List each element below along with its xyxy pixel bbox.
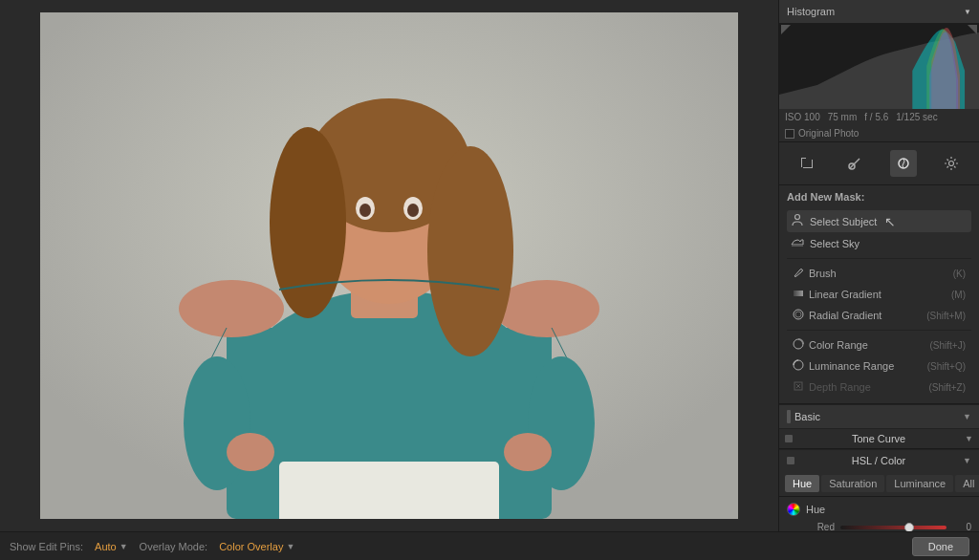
aperture-value: f / 5.6: [864, 112, 888, 122]
red-slider-row: Red 0: [787, 522, 971, 531]
select-sky-item[interactable]: Select Sky: [787, 232, 971, 254]
svg-point-16: [184, 356, 250, 490]
select-subject-item[interactable]: Select Subject ↖: [787, 210, 971, 232]
tone-curve-label: Tone Curve: [796, 433, 961, 444]
basic-panel-label: Basic: [794, 411, 820, 422]
hsl-tabs: Hue Saturation Luminance All: [779, 471, 979, 497]
select-sky-icon: [791, 235, 804, 251]
brush-label: Brush: [809, 268, 837, 279]
svg-point-13: [359, 204, 371, 217]
toolbar-crop-icon[interactable]: [794, 150, 820, 177]
luminance-range-shortcut: (Shift+Q): [927, 361, 966, 372]
hsl-tab-all[interactable]: All: [955, 475, 979, 492]
done-button[interactable]: Done: [912, 537, 969, 556]
mask-panel: Add New Mask: Select Subject ↖ Select Sk…: [779, 185, 979, 404]
bottom-bar: Show Edit Pins: Auto ▼ Overlay Mode: Col…: [0, 531, 979, 560]
linear-gradient-shortcut: (M): [951, 290, 966, 300]
svg-rect-22: [803, 167, 813, 168]
svg-point-4: [179, 280, 284, 337]
basic-panel-arrow: ▼: [963, 412, 971, 421]
histogram-section: Histogram ▼: [779, 0, 979, 142]
overlay-mode-label: Overlay Mode:: [140, 541, 208, 552]
divider-2: [787, 330, 971, 331]
overlay-mode-dropdown[interactable]: Color Overlay ▼: [219, 541, 294, 552]
divider-1: [787, 258, 971, 259]
tone-curve-row[interactable]: Tone Curve ▼: [779, 429, 979, 449]
overlay-mode-value: Color Overlay: [219, 541, 283, 552]
hue-circle-icon[interactable]: [787, 503, 800, 516]
original-photo-row[interactable]: Original Photo: [779, 125, 979, 141]
svg-rect-21: [801, 158, 802, 167]
svg-point-26: [948, 162, 953, 166]
svg-point-31: [795, 312, 801, 317]
tone-curve-arrow: ▼: [965, 434, 973, 443]
meta-info: ISO 100 75 mm f / 5.6 1/125 sec: [779, 109, 979, 125]
toolbar-icons: [779, 142, 979, 185]
show-edit-pins-dropdown[interactable]: Auto ▼: [95, 541, 128, 552]
hue-section-label: Hue: [806, 504, 825, 515]
select-subject-icon: [791, 213, 804, 229]
radial-gradient-label: Radial Gradient: [809, 310, 881, 321]
toolbar-mask-icon[interactable]: [890, 150, 917, 177]
show-edit-pins-arrow: ▼: [120, 542, 128, 551]
basic-panel-indicator: [787, 410, 791, 423]
hsl-arrow: ▼: [963, 456, 971, 465]
color-range-tool[interactable]: Color Range (Shift+J): [787, 334, 971, 355]
brush-tool[interactable]: Brush (K): [787, 263, 971, 284]
svg-rect-28: [792, 245, 803, 247]
red-slider-label: Red: [787, 522, 835, 531]
histogram-canvas: [779, 23, 979, 109]
overlay-mode-arrow: ▼: [286, 542, 294, 551]
toolbar-heal-icon[interactable]: [841, 150, 868, 177]
radial-gradient-tool[interactable]: Radial Gradient (Shift+M): [787, 305, 971, 326]
histogram-arrow: ▼: [964, 8, 971, 16]
linear-gradient-tool[interactable]: Linear Gradient (M): [787, 284, 971, 305]
toolbar-settings-icon[interactable]: [938, 150, 965, 177]
svg-rect-23: [812, 160, 813, 168]
linear-gradient-icon: [793, 288, 804, 301]
svg-point-14: [407, 204, 419, 217]
histogram-chart: [779, 23, 979, 109]
svg-point-18: [227, 433, 274, 471]
depth-range-tool: Depth Range (Shift+Z): [787, 377, 971, 398]
show-edit-pins-label: Show Edit Pins:: [10, 541, 83, 552]
color-range-shortcut: (Shift+J): [929, 340, 966, 351]
svg-point-30: [794, 310, 803, 319]
basic-panel-header[interactable]: Basic ▼: [779, 404, 979, 429]
luminance-range-label: Luminance Range: [809, 360, 894, 372]
hsl-tab-luminance[interactable]: Luminance: [886, 475, 953, 492]
svg-rect-29: [794, 291, 803, 296]
luminance-range-icon: [793, 359, 804, 373]
tone-curve-indicator: [785, 435, 793, 442]
red-slider-thumb[interactable]: [904, 523, 914, 532]
select-sky-label: Select Sky: [810, 238, 859, 249]
original-photo-checkbox[interactable]: [785, 129, 794, 139]
hsl-header[interactable]: HSL / Color ▼: [779, 449, 979, 471]
svg-point-10: [427, 146, 513, 356]
brush-shortcut: (K): [953, 269, 966, 279]
luminance-range-tool[interactable]: Luminance Range (Shift+Q): [787, 355, 971, 377]
depth-range-shortcut: (Shift+Z): [928, 382, 966, 393]
show-edit-pins-value: Auto: [95, 541, 117, 552]
hsl-indicator: [787, 457, 794, 464]
photo-container: [40, 12, 738, 519]
photo-area: [0, 0, 778, 531]
brush-icon: [793, 267, 804, 280]
cursor-pointer: ↖: [884, 214, 896, 229]
svg-point-27: [795, 215, 800, 220]
original-photo-label: Original Photo: [798, 128, 859, 139]
hue-section: Hue Red 0 Orange 0: [779, 497, 979, 531]
select-subject-label: Select Subject: [810, 216, 877, 227]
focal-length: 75 mm: [828, 112, 858, 122]
add-new-mask-label: Add New Mask:: [787, 191, 971, 203]
color-range-icon: [793, 338, 804, 352]
red-slider-track[interactable]: [840, 526, 946, 529]
shutter-speed: 1/125 sec: [896, 112, 937, 122]
hsl-tab-saturation[interactable]: Saturation: [821, 475, 884, 492]
red-slider-value: 0: [952, 522, 971, 531]
hsl-label: HSL / Color: [798, 455, 959, 466]
svg-point-19: [504, 433, 552, 471]
color-range-label: Color Range: [809, 339, 868, 351]
hsl-tab-hue[interactable]: Hue: [785, 475, 819, 492]
svg-point-17: [528, 356, 595, 490]
